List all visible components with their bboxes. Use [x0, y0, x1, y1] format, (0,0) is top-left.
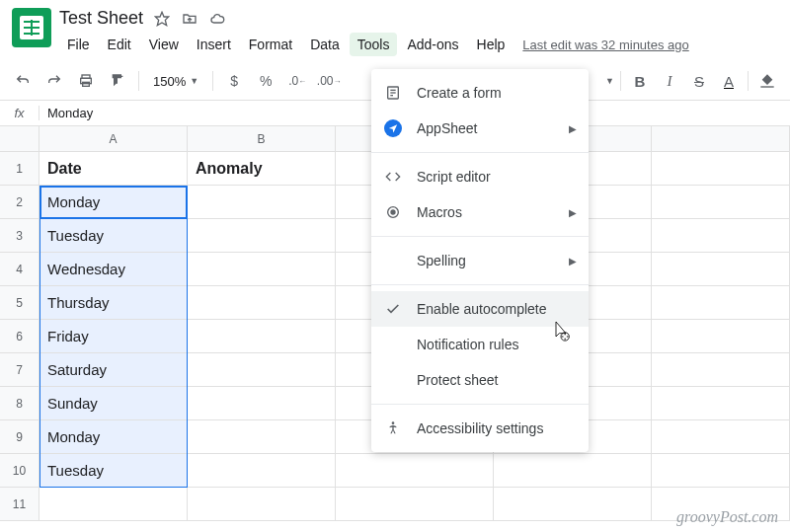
cell-b11[interactable] [188, 488, 336, 521]
fill-color-button[interactable] [754, 68, 780, 94]
move-folder-icon[interactable] [181, 10, 198, 28]
cell-a8[interactable]: Sunday [40, 387, 188, 420]
cell-b1[interactable]: Anomaly [188, 152, 336, 186]
document-title[interactable]: Test Sheet [59, 8, 143, 29]
bold-button[interactable]: B [627, 68, 653, 94]
menu-format[interactable]: Format [241, 33, 300, 56]
row-header-9[interactable]: 9 [0, 420, 40, 454]
cell-b7[interactable] [188, 353, 336, 387]
cell-e6[interactable] [652, 320, 790, 353]
check-icon [383, 299, 403, 319]
appsheet-icon [383, 118, 403, 138]
svg-rect-4 [760, 86, 773, 87]
cell-e9[interactable] [652, 420, 790, 454]
cell-a11[interactable] [40, 488, 188, 521]
cell-e7[interactable] [652, 353, 790, 387]
row-header-6[interactable]: 6 [0, 320, 40, 353]
menu-view[interactable]: View [141, 33, 187, 56]
star-icon[interactable] [153, 10, 171, 28]
row-header-2[interactable]: 2 [0, 186, 40, 219]
row-header-10[interactable]: 10 [0, 454, 40, 488]
cell-e1[interactable] [652, 152, 790, 186]
cell-b4[interactable] [188, 253, 336, 286]
svg-rect-3 [83, 82, 90, 86]
row-header-1[interactable]: 1 [0, 152, 40, 186]
menu-accessibility[interactable]: Accessibility settings [371, 411, 589, 446]
cell-a3[interactable]: Tuesday [40, 219, 188, 253]
cell-e3[interactable] [652, 219, 790, 253]
menu-tools[interactable]: Tools [350, 33, 398, 56]
cell-a10[interactable]: Tuesday [40, 454, 188, 488]
increase-decimal-button[interactable]: .00→ [316, 68, 342, 94]
menu-script-editor[interactable]: Script editor [371, 159, 589, 194]
cell-a1[interactable]: Date [40, 152, 188, 186]
menu-macros[interactable]: Macros ▶ [371, 194, 589, 230]
form-icon [383, 83, 403, 103]
cell-b2[interactable] [188, 186, 336, 219]
cell-b3[interactable] [188, 219, 336, 253]
submenu-arrow-icon: ▶ [569, 256, 577, 266]
undo-button[interactable] [10, 68, 36, 94]
currency-button[interactable]: $ [221, 68, 247, 94]
menu-appsheet[interactable]: AppSheet ▶ [371, 111, 589, 146]
text-color-button[interactable]: A [716, 68, 742, 94]
row-header-5[interactable]: 5 [0, 286, 40, 320]
cell-d11[interactable] [494, 488, 652, 521]
redo-button[interactable] [41, 68, 67, 94]
cell-b10[interactable] [188, 454, 336, 488]
cell-a5[interactable]: Thursday [40, 286, 188, 320]
svg-marker-0 [155, 12, 168, 25]
decrease-decimal-button[interactable]: .0← [284, 68, 310, 94]
cloud-status-icon[interactable] [208, 10, 226, 28]
menu-insert[interactable]: Insert [189, 33, 239, 56]
row-header-3[interactable]: 3 [0, 219, 40, 253]
cell-a7[interactable]: Saturday [40, 353, 188, 387]
menu-notification-rules[interactable]: Notification rules [371, 327, 589, 362]
strikethrough-button[interactable]: S [686, 68, 712, 94]
cell-e10[interactable] [652, 454, 790, 488]
menu-edit[interactable]: Edit [100, 33, 139, 56]
cell-a4[interactable]: Wednesday [40, 253, 188, 286]
menu-enable-autocomplete[interactable]: Enable autocomplete [371, 291, 589, 327]
cell-a9[interactable]: Monday [40, 420, 188, 454]
menu-file[interactable]: File [59, 33, 98, 56]
menu-help[interactable]: Help [469, 33, 514, 56]
select-all-corner[interactable] [0, 126, 40, 152]
cell-e8[interactable] [652, 387, 790, 420]
percent-button[interactable]: % [253, 68, 278, 94]
row-header-11[interactable]: 11 [0, 488, 40, 521]
cell-b9[interactable] [188, 420, 336, 454]
font-size-dropdown[interactable]: ▼ [605, 76, 614, 86]
edit-status[interactable]: Last edit was 32 minutes ago [522, 38, 688, 52]
row-header-7[interactable]: 7 [0, 353, 40, 387]
cell-e5[interactable] [652, 286, 790, 320]
paint-format-button[interactable] [105, 68, 130, 94]
menu-spelling[interactable]: Spelling ▶ [371, 243, 589, 278]
fx-label: fx [0, 106, 40, 120]
cell-a2[interactable]: Monday [40, 186, 188, 219]
cell-a6[interactable]: Friday [40, 320, 188, 353]
zoom-select[interactable]: 150%▼ [147, 74, 204, 89]
row-header-4[interactable]: 4 [0, 253, 40, 286]
menu-create-form[interactable]: Create a form [371, 75, 589, 111]
row-header-8[interactable]: 8 [0, 387, 40, 420]
col-header-extra[interactable] [652, 126, 790, 152]
cell-c11[interactable] [336, 488, 494, 521]
cell-b6[interactable] [188, 320, 336, 353]
col-header-b[interactable]: B [188, 126, 336, 152]
menu-data[interactable]: Data [302, 33, 348, 56]
cell-b8[interactable] [188, 387, 336, 420]
cell-c10[interactable] [336, 454, 494, 488]
italic-button[interactable]: I [657, 68, 682, 94]
print-button[interactable] [73, 68, 99, 94]
cell-b5[interactable] [188, 286, 336, 320]
svg-point-11 [392, 421, 395, 424]
cell-e4[interactable] [652, 253, 790, 286]
svg-point-10 [391, 210, 395, 214]
sheets-logo[interactable] [12, 8, 51, 47]
menu-addons[interactable]: Add-ons [399, 33, 466, 56]
col-header-a[interactable]: A [40, 126, 188, 152]
cell-e2[interactable] [652, 186, 790, 219]
cell-d10[interactable] [494, 454, 652, 488]
menu-protect-sheet[interactable]: Protect sheet [371, 362, 589, 398]
